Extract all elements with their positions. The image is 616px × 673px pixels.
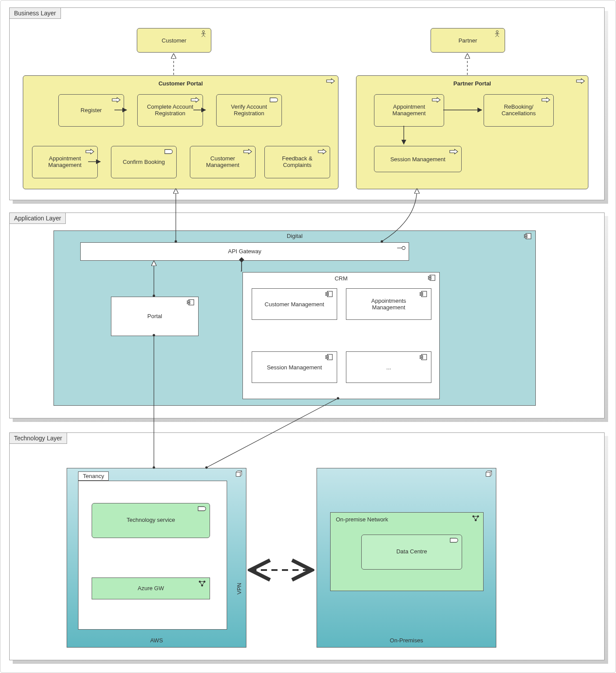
partner-portal: Partner Portal Appointment Management Re… xyxy=(356,75,588,189)
application-layer-title: Application Layer xyxy=(9,213,66,224)
component-icon xyxy=(419,354,428,361)
aws-label: AWS xyxy=(67,637,246,644)
customer-portal: Customer Portal Register Complete Accoun… xyxy=(23,75,338,189)
confirm-booking-label: Confirm Booking xyxy=(111,159,176,165)
azure-gw-label: Azure GW xyxy=(92,585,210,592)
process-icon xyxy=(85,148,95,155)
portal-label: Portal xyxy=(111,313,198,319)
crm-more: ... xyxy=(346,351,431,383)
customer-portal-title: Customer Portal xyxy=(23,80,338,87)
actor-icon xyxy=(492,30,502,37)
rebook-process: ReBooking/ Cancellations xyxy=(484,94,554,127)
crm-appt-mgmt: Appointments Management xyxy=(346,288,431,320)
partner-actor: Partner xyxy=(431,28,505,53)
crm-session-mgmt-label: Session Management xyxy=(252,364,337,371)
tenancy-label: Tenancy xyxy=(83,473,104,479)
node-icon xyxy=(484,470,493,477)
technology-layer-title: Technology Layer xyxy=(9,432,67,444)
complete-reg-label: Complete Account Registration xyxy=(138,103,203,117)
tech-service: Technology service xyxy=(92,503,210,538)
cust-appt-mgmt-process: Appointment Management xyxy=(32,146,98,178)
azure-gw: Azure GW xyxy=(92,577,210,599)
technology-layer: Technology Layer AWS VPN Tenancy Technol… xyxy=(9,432,605,660)
process-icon xyxy=(317,148,327,155)
crm-appt-mgmt-label: Appointments Management xyxy=(346,298,431,311)
partner-appt-mgmt-label: Appointment Management xyxy=(374,103,444,117)
process-icon xyxy=(190,96,200,103)
crm-cust-mgmt: Customer Management xyxy=(252,288,337,320)
process-icon xyxy=(541,96,551,103)
business-layer: Business Layer Customer Partner Customer… xyxy=(9,7,605,200)
rebook-label: ReBooking/ Cancellations xyxy=(484,103,553,117)
component-icon xyxy=(324,290,334,298)
vpn-label: VPN xyxy=(236,583,242,595)
node-icon xyxy=(234,470,243,477)
cust-appt-mgmt-label: Appointment Management xyxy=(32,155,97,168)
partner-actor-label: Partner xyxy=(431,37,505,44)
customer-actor: Customer xyxy=(137,28,211,53)
process-icon xyxy=(243,148,253,155)
api-gateway-interface: API Gateway xyxy=(80,242,409,261)
register-process: Register xyxy=(58,94,124,127)
network-icon xyxy=(471,514,481,521)
crm-label: CRM xyxy=(243,275,439,282)
session-mgmt-process: Session Management xyxy=(374,146,462,172)
service-icon xyxy=(449,537,459,544)
process-icon xyxy=(431,96,441,103)
process-icon xyxy=(111,96,121,103)
crm-more-label: ... xyxy=(346,364,431,371)
onprem-network-label: On-premise Network xyxy=(336,516,388,523)
feedback-process: Feedback & Complaints xyxy=(264,146,330,178)
onprem-node: On-Premises On-premise Network Data Cent… xyxy=(317,468,496,648)
partner-appt-mgmt-process: Appointment Management xyxy=(374,94,444,127)
portal-component: Portal xyxy=(111,297,199,336)
business-layer-title: Business Layer xyxy=(9,7,61,19)
crm-session-mgmt: Session Management xyxy=(252,351,337,383)
tech-service-label: Technology service xyxy=(92,517,210,523)
cust-mgmt-process: Customer Management xyxy=(190,146,256,178)
component-icon xyxy=(419,290,428,298)
component-icon xyxy=(186,299,196,306)
actor-icon xyxy=(199,30,208,37)
crm-cust-mgmt-label: Customer Management xyxy=(252,301,337,308)
session-mgmt-label: Session Management xyxy=(374,156,461,163)
digital-label: Digital xyxy=(54,233,535,239)
customer-actor-label: Customer xyxy=(137,37,211,44)
event-icon xyxy=(269,96,279,103)
data-centre: Data Centre xyxy=(361,535,462,570)
api-gateway-label: API Gateway xyxy=(81,248,409,255)
tenancy-tab: Tenancy xyxy=(78,471,109,481)
service-icon xyxy=(197,505,207,512)
aws-node: AWS VPN Tenancy Technology service Azure… xyxy=(67,468,246,648)
onprem-network: On-premise Network Data Centre xyxy=(330,512,484,591)
partner-portal-title: Partner Portal xyxy=(356,80,588,87)
confirm-booking-event: Confirm Booking xyxy=(111,146,177,178)
crm-component: CRM Customer Management Appointments Man… xyxy=(242,272,440,399)
onprem-label: On-Premises xyxy=(317,637,496,644)
complete-reg-process: Complete Account Registration xyxy=(137,94,203,127)
verify-reg-event: Verify Account Registration xyxy=(216,94,282,127)
component-icon xyxy=(324,354,334,361)
tenancy-container: Tenancy Technology service Azure GW xyxy=(78,481,227,630)
cust-mgmt-label: Customer Management xyxy=(190,155,255,168)
event-icon xyxy=(164,148,174,155)
verify-reg-label: Verify Account Registration xyxy=(217,103,281,117)
digital-component: Digital API Gateway Portal CRM Customer … xyxy=(53,230,536,406)
feedback-label: Feedback & Complaints xyxy=(265,155,330,168)
process-icon xyxy=(449,148,459,155)
register-label: Register xyxy=(59,107,124,113)
application-layer: Application Layer Digital API Gateway Po… xyxy=(9,213,605,418)
data-centre-label: Data Centre xyxy=(362,548,462,555)
